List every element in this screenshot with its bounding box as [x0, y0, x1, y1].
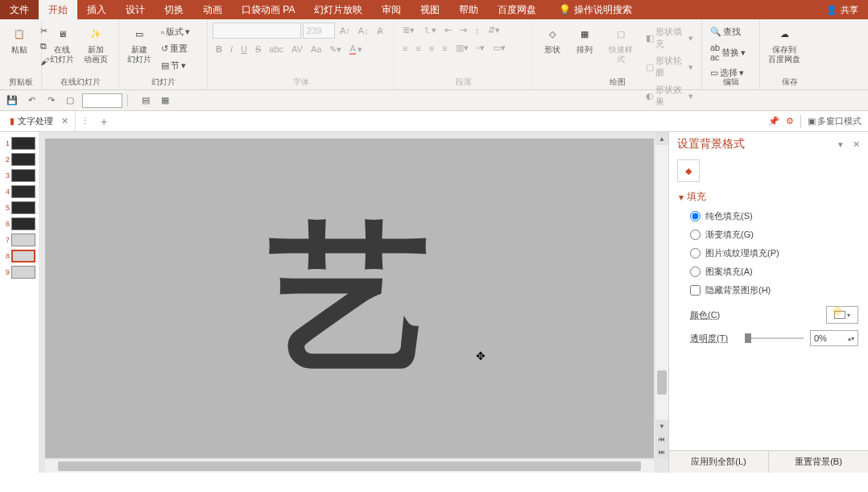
fill-section-toggle[interactable]: ▾ 填充: [679, 190, 858, 204]
multiwindow-button[interactable]: ▣ 多窗口模式: [808, 115, 862, 127]
numbering-button[interactable]: ⒈▾: [420, 23, 440, 38]
tell-me-search[interactable]: 💡 操作说明搜索: [549, 0, 642, 19]
font-size-combo[interactable]: 239: [303, 23, 335, 39]
new-anim-page-button[interactable]: ✨ 新加 动画页: [81, 23, 111, 66]
slide-thumb-4[interactable]: 4: [0, 184, 39, 200]
color-picker-button[interactable]: ▾: [826, 306, 858, 324]
quick-styles-button[interactable]: ▢ 快速样式: [602, 23, 639, 66]
picture-fill-radio[interactable]: 图片或纹理填充(P): [690, 247, 858, 259]
scroll-up-button[interactable]: ▲: [655, 132, 668, 145]
reset-button[interactable]: ↺ 重置: [158, 41, 193, 56]
align-left-button[interactable]: ≡: [399, 42, 411, 55]
bold-button[interactable]: B: [213, 43, 225, 56]
highlight-button[interactable]: ✎▾: [326, 43, 345, 56]
tab-insert[interactable]: 插入: [77, 0, 116, 19]
bullets-button[interactable]: ≣▾: [399, 23, 418, 37]
tab-review[interactable]: 审阅: [372, 0, 411, 19]
increase-font-button[interactable]: A↑: [337, 24, 353, 37]
transparency-slider[interactable]: [745, 337, 804, 339]
line-spacing-button[interactable]: ↕: [472, 24, 483, 37]
share-button[interactable]: 👤 共享: [816, 0, 868, 19]
change-case-button[interactable]: Aa: [308, 43, 324, 56]
panel-menu-button[interactable]: ▾: [838, 139, 843, 150]
fill-tab-button[interactable]: ◆: [677, 159, 700, 182]
tab-file[interactable]: 文件: [0, 0, 39, 19]
tab-help[interactable]: 帮助: [449, 0, 488, 19]
slide-thumb-3[interactable]: 3: [0, 167, 39, 184]
section-button[interactable]: ▤ 节 ▾: [158, 58, 193, 73]
normal-view-button[interactable]: ▦: [158, 93, 172, 108]
font-color-button[interactable]: A▾: [346, 42, 365, 56]
hscroll-thumb[interactable]: [58, 461, 641, 471]
slide-thumb-7[interactable]: 7: [0, 232, 39, 248]
gradient-fill-radio[interactable]: 渐变填充(G): [690, 229, 858, 241]
outline-view-button[interactable]: ▤: [138, 93, 153, 108]
pattern-fill-radio[interactable]: 图案填充(A): [690, 266, 858, 278]
next-slide-button[interactable]: ⏭: [655, 445, 668, 458]
replace-button[interactable]: abac 替换 ▾: [707, 41, 749, 64]
slide-thumb-2[interactable]: 2: [0, 151, 39, 167]
save-baidu-button[interactable]: ☁ 保存到 百度网盘: [765, 23, 804, 66]
tab-pocket-anim[interactable]: 口袋动画 PA: [232, 0, 304, 19]
find-button[interactable]: 🔍 查找: [707, 24, 749, 39]
clear-format-button[interactable]: A̷: [374, 24, 386, 38]
tab-home[interactable]: 开始: [39, 0, 77, 19]
tab-transition[interactable]: 切换: [155, 0, 193, 19]
justify-button[interactable]: ≡: [439, 42, 450, 55]
layout-button[interactable]: ▫ 版式 ▾: [158, 24, 193, 39]
start-from-beginning-button[interactable]: ▢: [63, 93, 77, 108]
tab-animation[interactable]: 动画: [193, 0, 232, 19]
undo-button[interactable]: ↶: [24, 93, 39, 108]
smartart-button[interactable]: ▭▾: [490, 41, 509, 55]
redo-button[interactable]: ↷: [43, 93, 58, 108]
transparency-spinner[interactable]: 0%▴▾: [810, 330, 858, 346]
align-right-button[interactable]: ≡: [426, 42, 437, 55]
apply-all-button[interactable]: 应用到全部(L): [669, 451, 769, 473]
pin-button[interactable]: 📌: [768, 116, 779, 126]
scroll-down-button[interactable]: ▼: [655, 420, 668, 432]
vscroll-thumb[interactable]: [657, 370, 667, 395]
qat-combo[interactable]: [82, 93, 122, 108]
shadow-button[interactable]: abc: [266, 43, 287, 56]
shapes-button[interactable]: ◇ 形状: [538, 23, 567, 56]
close-tab-button[interactable]: ✕: [61, 116, 68, 126]
settings-button[interactable]: ⚙: [786, 116, 794, 126]
save-button[interactable]: 💾: [5, 93, 19, 108]
align-text-button[interactable]: ▫▾: [473, 41, 488, 55]
solid-fill-radio[interactable]: 纯色填充(S): [690, 210, 858, 222]
columns-button[interactable]: ▥▾: [453, 41, 472, 55]
char-spacing-button[interactable]: AV: [288, 43, 306, 56]
indent-dec-button[interactable]: ⇤: [441, 23, 455, 37]
paste-button[interactable]: 📋 粘贴: [5, 23, 34, 56]
align-center-button[interactable]: ≡: [412, 42, 424, 55]
italic-button[interactable]: I: [227, 43, 236, 56]
indent-inc-button[interactable]: ⇥: [457, 23, 470, 37]
tab-menu-button[interactable]: ⋮: [76, 116, 94, 126]
strike-button[interactable]: S: [252, 43, 264, 56]
font-family-combo[interactable]: [213, 23, 301, 39]
slide-thumb-1[interactable]: 1: [0, 135, 39, 151]
tab-baidu[interactable]: 百度网盘: [488, 0, 546, 19]
shapes-label: 形状: [544, 45, 560, 55]
slide-thumb-5[interactable]: 5: [0, 200, 39, 216]
shape-fill-button[interactable]: ◧ 形状填充 ▾: [643, 24, 697, 52]
online-slide-button[interactable]: 🖥 在线 幻灯片: [47, 23, 77, 66]
slide-thumb-8[interactable]: 8: [0, 248, 39, 264]
panel-close-button[interactable]: ✕: [853, 139, 860, 150]
new-tab-button[interactable]: +: [94, 115, 114, 128]
slide-thumb-9[interactable]: 9: [0, 264, 39, 280]
slide-thumb-6[interactable]: 6: [0, 216, 39, 232]
tab-view[interactable]: 视图: [411, 0, 449, 19]
document-tab[interactable]: ▮ 文字处理 ✕: [3, 111, 76, 131]
tab-slideshow[interactable]: 幻灯片放映: [304, 0, 372, 19]
underline-button[interactable]: U: [238, 43, 250, 56]
arrange-button[interactable]: ▦ 排列: [570, 23, 599, 56]
reset-background-button[interactable]: 重置背景(B): [769, 451, 868, 473]
new-slide-button[interactable]: ▭ 新建 幻灯片: [124, 23, 155, 66]
slide-canvas[interactable]: 艺: [45, 139, 654, 458]
prev-slide-button[interactable]: ⏮: [655, 432, 668, 445]
tab-design[interactable]: 设计: [116, 0, 155, 19]
text-direction-button[interactable]: ⇵▾: [485, 23, 503, 37]
hide-bg-checkbox[interactable]: 隐藏背景图形(H): [690, 284, 858, 296]
decrease-font-button[interactable]: A↓: [355, 24, 372, 37]
